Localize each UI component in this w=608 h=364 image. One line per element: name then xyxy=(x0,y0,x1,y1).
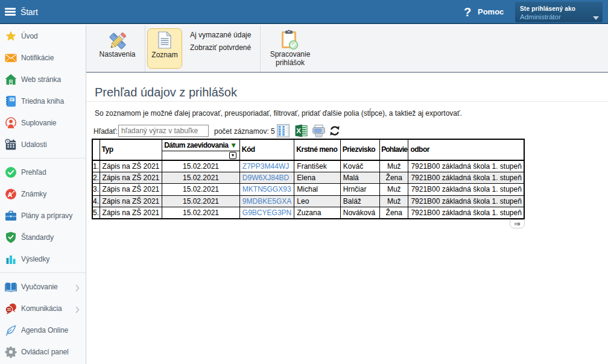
svg-text:X: X xyxy=(296,127,301,134)
